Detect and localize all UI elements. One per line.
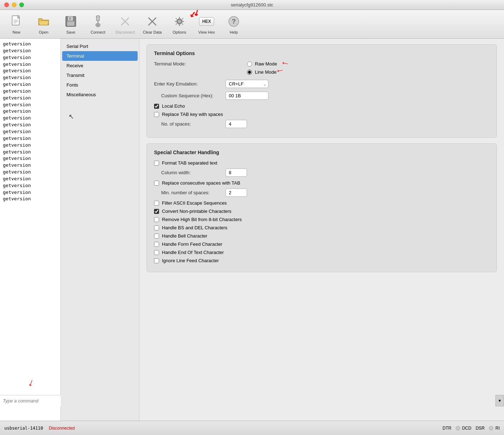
column-width-row: Column width: bbox=[154, 168, 489, 177]
format-tab-checkbox[interactable] bbox=[154, 161, 159, 166]
sidebar-item-transmit[interactable]: Transmit bbox=[61, 70, 139, 80]
dcd-label: DCD bbox=[462, 426, 471, 431]
remove-highbit-checkbox[interactable] bbox=[154, 217, 159, 222]
replace-tab-label: Replace TAB key with spaces bbox=[162, 112, 223, 117]
handle-bell-checkbox[interactable] bbox=[154, 234, 159, 239]
custom-sequence-label: Custom Sequence (Hex): bbox=[154, 93, 226, 98]
open-button[interactable]: Open bbox=[31, 12, 56, 37]
replace-tab-row[interactable]: Replace TAB key with spaces bbox=[154, 112, 489, 117]
custom-sequence-row: Custom Sequence (Hex): bbox=[154, 92, 489, 100]
disconnect-button[interactable]: Disconnect bbox=[112, 12, 138, 37]
terminal-line: getversion bbox=[3, 61, 58, 68]
filter-ascii-checkbox[interactable] bbox=[154, 201, 159, 206]
ri-indicator: RI bbox=[489, 426, 500, 431]
options-button[interactable]: ↙ ↙ Options bbox=[167, 12, 192, 37]
line-mode-radio[interactable] bbox=[247, 70, 252, 75]
min-spaces-row: Min. number of spaces: bbox=[154, 189, 489, 197]
ri-dot bbox=[489, 426, 493, 430]
custom-sequence-input[interactable] bbox=[226, 92, 268, 100]
raw-mode-option[interactable]: Raw Mode bbox=[247, 61, 277, 67]
handle-formfeed-row[interactable]: Handle Form Feed Character bbox=[154, 241, 489, 247]
local-echo-checkbox[interactable] bbox=[154, 104, 159, 109]
open-label: Open bbox=[39, 30, 49, 34]
terminal-options-section: Terminal Options Terminal Mode: Raw Mode bbox=[147, 44, 497, 138]
svg-text:?: ? bbox=[232, 18, 236, 25]
replace-spaces-checkbox[interactable] bbox=[154, 181, 159, 186]
dropdown-arrow[interactable]: ▼ bbox=[495, 395, 504, 406]
ignore-lf-row[interactable]: Ignore Line Feed Character bbox=[154, 258, 489, 263]
terminal-mode-label: Terminal Mode: bbox=[154, 61, 226, 67]
raw-mode-radio[interactable] bbox=[247, 62, 252, 67]
sidebar-item-miscellaneous[interactable]: Miscellaneous bbox=[61, 90, 139, 99]
handle-eot-checkbox[interactable] bbox=[154, 250, 159, 255]
terminal-line: getversion bbox=[3, 182, 58, 189]
maximize-button[interactable] bbox=[19, 3, 24, 7]
terminal-line: getversion bbox=[3, 81, 58, 88]
remove-highbit-label: Remove High Bit from 8-bit Characters bbox=[162, 217, 242, 222]
command-input[interactable] bbox=[3, 398, 58, 404]
sidebar-item-fonts[interactable]: Fonts bbox=[61, 80, 139, 90]
ignore-lf-checkbox[interactable] bbox=[154, 258, 159, 263]
minimize-button[interactable] bbox=[12, 3, 16, 7]
view-hex-button[interactable]: HEX View Hex bbox=[194, 12, 219, 37]
handle-bs-row[interactable]: Handle BS and DEL Characters bbox=[154, 225, 489, 230]
save-button[interactable]: Save bbox=[58, 12, 84, 37]
handle-bell-label: Handle Bell Character bbox=[162, 233, 207, 239]
window-title: serialycfg912600.stc bbox=[231, 2, 273, 8]
min-spaces-input[interactable] bbox=[226, 189, 247, 197]
convert-nonprint-checkbox[interactable] bbox=[154, 209, 159, 214]
settings-inner: Serial PortTerminalReceiveTransmitFontsM… bbox=[61, 39, 504, 421]
svg-rect-7 bbox=[69, 17, 71, 20]
terminal-line: getversion bbox=[3, 108, 58, 115]
filter-ascii-row[interactable]: Filter ASCII Escape Sequences bbox=[154, 200, 489, 206]
clear-data-button[interactable]: Clear Data bbox=[139, 12, 165, 37]
help-button[interactable]: ? Help bbox=[221, 12, 247, 37]
svg-point-20 bbox=[178, 20, 181, 23]
handle-formfeed-checkbox[interactable] bbox=[154, 242, 159, 247]
hex-icon: HEX bbox=[199, 14, 214, 29]
terminal-line: getversion bbox=[3, 135, 58, 142]
status-bar: usbserial-14110 Disconnected DTR DCD DSR… bbox=[0, 421, 504, 435]
enter-key-select[interactable]: CRLFCR+LFNone bbox=[226, 80, 268, 88]
handle-eot-row[interactable]: Handle End Of Text Character bbox=[154, 250, 489, 255]
disconnect-x-icon bbox=[118, 14, 132, 29]
line-mode-label: Line Mode bbox=[255, 69, 277, 75]
no-spaces-input[interactable] bbox=[226, 120, 247, 128]
terminal-line: getversion bbox=[3, 155, 58, 162]
window-controls bbox=[4, 3, 24, 7]
handle-bell-row[interactable]: Handle Bell Character bbox=[154, 233, 489, 239]
new-button[interactable]: New bbox=[4, 12, 29, 37]
special-char-title: Special Character Handling bbox=[154, 150, 489, 155]
svg-rect-6 bbox=[67, 21, 74, 26]
dcd-indicator: DCD bbox=[456, 426, 471, 431]
sidebar-nav: Serial PortTerminalReceiveTransmitFontsM… bbox=[61, 39, 139, 421]
terminal-line: getversion bbox=[3, 176, 58, 182]
remove-highbit-row[interactable]: Remove High Bit from 8-bit Characters bbox=[154, 217, 489, 222]
terminal-line: getversion bbox=[3, 189, 58, 196]
local-echo-row[interactable]: Local Echo bbox=[154, 103, 489, 109]
line-mode-option[interactable]: Line Mode bbox=[247, 69, 277, 75]
terminal-line: getversion bbox=[3, 102, 58, 108]
sidebar-item-receive[interactable]: Receive bbox=[61, 61, 139, 70]
handle-bs-label: Handle BS and DEL Characters bbox=[162, 225, 227, 230]
sidebar-item-terminal[interactable]: Terminal bbox=[62, 51, 138, 61]
convert-nonprint-row[interactable]: Convert Non-printable Characters bbox=[154, 209, 489, 214]
handle-formfeed-label: Handle Form Feed Character bbox=[162, 241, 222, 247]
terminal-line: getversion bbox=[3, 196, 58, 202]
column-width-input[interactable] bbox=[226, 168, 247, 177]
options-label: Options bbox=[173, 30, 186, 34]
no-spaces-label: No. of spaces: bbox=[154, 121, 226, 127]
connect-button[interactable]: Connect bbox=[85, 12, 111, 37]
format-tab-row[interactable]: Format TAB separated text bbox=[154, 160, 489, 166]
main-content: getversiongetversiongetversiongetversion… bbox=[0, 39, 504, 421]
close-button[interactable] bbox=[4, 3, 9, 7]
new-file-icon bbox=[9, 14, 24, 29]
connect-label: Connect bbox=[91, 30, 105, 34]
svg-rect-9 bbox=[96, 16, 97, 18]
replace-tab-checkbox[interactable] bbox=[154, 112, 159, 117]
terminal-line: getversion bbox=[3, 95, 58, 102]
replace-spaces-row[interactable]: Replace consecutive spaces with TAB bbox=[154, 180, 489, 186]
status-indicators: DTR DCD DSR RI bbox=[443, 426, 500, 431]
sidebar-item-serial-port[interactable]: Serial Port bbox=[61, 41, 139, 51]
handle-bs-checkbox[interactable] bbox=[154, 225, 159, 230]
